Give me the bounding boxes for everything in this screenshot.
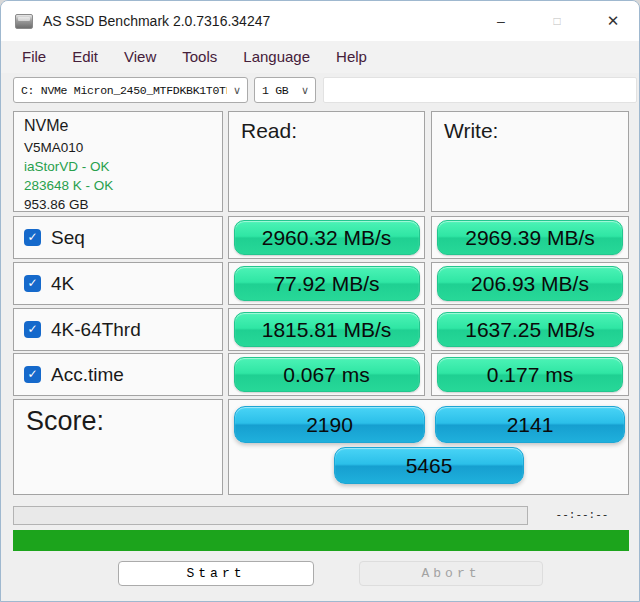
4k-write-value: 206.93 MB/s [437, 266, 623, 301]
drive-model: NVMe [24, 117, 222, 135]
menu-edit[interactable]: Edit [59, 41, 111, 73]
row-4k: ✓ 4K [13, 262, 223, 305]
seq-write-value: 2969.39 MB/s [437, 220, 623, 255]
score-write-value: 2141 [435, 406, 625, 443]
seq-write-cell: 2969.39 MB/s [431, 216, 629, 259]
seq-checkbox[interactable]: ✓ [24, 229, 41, 246]
4k64thrd-write-cell: 1637.25 MB/s [431, 308, 629, 351]
menu-tools[interactable]: Tools [169, 41, 230, 73]
score-total-value: 5465 [334, 447, 524, 484]
drive-firmware: V5MA010 [24, 138, 222, 157]
title-bar: AS SSD Benchmark 2.0.7316.34247 – □ ✕ [1, 1, 640, 41]
score-read-value: 2190 [234, 406, 425, 443]
acctime-checkbox[interactable]: ✓ [24, 366, 41, 383]
overall-progress-bar [13, 530, 629, 551]
drive-driver-status: iaStorVD - OK [24, 157, 222, 176]
drive-capacity: 953.86 GB [24, 195, 222, 214]
drive-info-panel: NVMe V5MA010 iaStorVD - OK 283648 K - OK… [13, 111, 223, 212]
4k64thrd-label: 4K-64Thrd [51, 319, 141, 341]
minimize-icon[interactable]: – [473, 1, 529, 41]
acctime-label: Acc.time [51, 364, 124, 386]
drive-select[interactable]: C: NVMe Micron_2450_MTFDKBK1T0TFK ∨ [13, 77, 248, 103]
drive-select-value: C: NVMe Micron_2450_MTFDKBK1T0TFK [14, 84, 227, 97]
start-button[interactable]: Start [118, 561, 314, 586]
test-size-select[interactable]: 1 GB ∨ [254, 77, 316, 103]
menu-bar: File Edit View Tools Language Help [1, 41, 640, 73]
maximize-icon[interactable]: □ [529, 1, 585, 41]
chevron-down-icon: ∨ [295, 84, 315, 97]
menu-help[interactable]: Help [323, 41, 380, 73]
4k64thrd-read-value: 1815.81 MB/s [234, 312, 420, 347]
seq-read-cell: 2960.32 MB/s [228, 216, 425, 259]
score-label: Score: [14, 400, 222, 437]
4k-read-value: 77.92 MB/s [234, 266, 420, 301]
4k-checkbox[interactable]: ✓ [24, 275, 41, 292]
menu-language[interactable]: Language [230, 41, 323, 73]
window-controls: – □ ✕ [473, 1, 640, 41]
drive-app-icon [15, 14, 33, 29]
acctime-read-cell: 0.067 ms [228, 353, 425, 396]
test-progress-bar [13, 506, 528, 525]
write-label: Write: [432, 112, 628, 143]
acctime-write-value: 0.177 ms [437, 357, 623, 392]
acctime-read-value: 0.067 ms [234, 357, 420, 392]
read-column-header: Read: [228, 111, 425, 212]
seq-read-value: 2960.32 MB/s [234, 220, 420, 255]
row-seq: ✓ Seq [13, 216, 223, 259]
4k64thrd-write-value: 1637.25 MB/s [437, 312, 623, 347]
row-4k64thrd: ✓ 4K-64Thrd [13, 308, 223, 351]
4k-write-cell: 206.93 MB/s [431, 262, 629, 305]
window-title: AS SSD Benchmark 2.0.7316.34247 [43, 13, 270, 29]
4k64thrd-read-cell: 1815.81 MB/s [228, 308, 425, 351]
acctime-write-cell: 0.177 ms [431, 353, 629, 396]
seq-label: Seq [51, 227, 85, 249]
menu-view[interactable]: View [111, 41, 169, 73]
read-label: Read: [229, 112, 424, 143]
app-window: AS SSD Benchmark 2.0.7316.34247 – □ ✕ Fi… [0, 0, 640, 602]
abort-button[interactable]: Abort [359, 561, 543, 586]
4k-label: 4K [51, 273, 74, 295]
chevron-down-icon: ∨ [227, 84, 247, 97]
score-label-panel: Score: [13, 399, 223, 495]
4k64thrd-checkbox[interactable]: ✓ [24, 321, 41, 338]
row-acctime: ✓ Acc.time [13, 353, 223, 396]
time-remaining: --:--:-- [546, 509, 618, 521]
menu-file[interactable]: File [9, 41, 59, 73]
toolbar-empty-field[interactable] [323, 77, 637, 103]
test-size-value: 1 GB [255, 84, 295, 97]
write-column-header: Write: [431, 111, 629, 212]
score-values-panel: 2190 2141 5465 [228, 399, 629, 495]
4k-read-cell: 77.92 MB/s [228, 262, 425, 305]
close-icon[interactable]: ✕ [585, 1, 640, 41]
drive-alignment-status: 283648 K - OK [24, 176, 222, 195]
